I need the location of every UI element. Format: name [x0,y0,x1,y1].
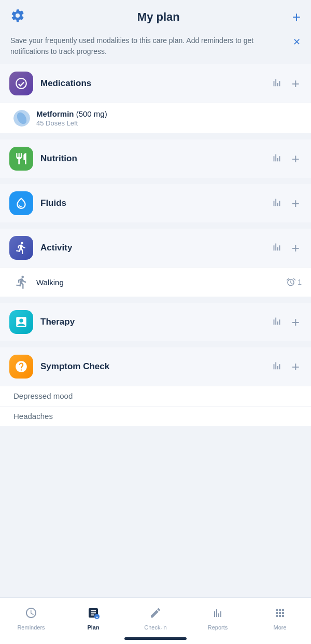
section-header-therapy: Therapy + [0,303,311,341]
therapy-actions: + [269,314,302,330]
plan-nav-label: Plan [87,624,99,631]
section-nutrition: Nutrition + [0,139,311,178]
walking-name: Walking [36,278,286,287]
medication-item-metformin: Metformin (500 mg) 45 Doses Left [0,103,311,133]
symptom-check-title: Symptom Check [40,361,269,372]
medications-chart-btn[interactable] [269,76,285,91]
fluids-add-btn[interactable]: + [290,195,302,211]
page-title: My plan [137,10,180,24]
walking-icon [13,274,30,290]
walking-alarm-count: 1 [298,278,302,286]
medications-icon [9,72,33,95]
more-nav-icon [274,607,286,622]
symptom-check-add-btn[interactable]: + [290,359,302,374]
medications-title: Medications [40,78,269,89]
activity-item-walking: Walking 1 [0,267,311,297]
activity-actions: + [269,240,302,256]
check-in-nav-label: Check-in [144,624,166,631]
fluids-chart-btn[interactable] [269,195,285,211]
symptom-item-depressed: Depressed mood [0,386,311,406]
metformin-name: Metformin (500 mg) [36,109,302,118]
section-header-symptom-check: Symptom Check + [0,347,311,386]
settings-icon[interactable] [10,8,25,26]
therapy-title: Therapy [40,317,269,327]
separator-2 [0,180,311,184]
activity-chart-btn[interactable] [269,240,285,256]
nav-item-more[interactable]: More [249,598,311,644]
header: My plan + [0,0,311,31]
activity-icon [9,236,33,260]
reports-nav-icon [211,607,224,622]
more-nav-label: More [273,624,286,631]
reports-nav-label: Reports [208,624,228,631]
symptom-item-headaches: Headaches [0,406,311,426]
separator-1 [0,135,311,139]
nutrition-icon [9,147,33,171]
medications-add-btn[interactable]: + [290,76,302,91]
section-fluids: Fluids + [0,184,311,222]
fluids-actions: + [269,195,302,211]
symptom-check-actions: + [269,359,302,374]
section-symptom-check: Symptom Check + Depressed mood Headaches [0,347,311,426]
section-activity: Activity + Walking 1 [0,229,311,297]
metformin-icon [13,110,30,127]
home-indicator [124,637,187,640]
add-icon[interactable]: + [292,9,301,25]
therapy-icon [9,310,33,334]
nutrition-add-btn[interactable]: + [290,151,302,166]
section-header-nutrition: Nutrition + [0,139,311,178]
therapy-add-btn[interactable]: + [290,314,302,330]
metformin-detail: 45 Doses Left [36,119,302,127]
walking-alarm: 1 [286,277,302,287]
section-header-medications: Medications + [0,64,311,103]
symptom-headaches-text: Headaches [13,412,53,421]
banner: Save your frequently used modalities to … [0,31,311,64]
fluids-title: Fluids [40,198,269,208]
banner-close-icon[interactable]: ✕ [293,36,301,48]
nutrition-title: Nutrition [40,153,269,164]
nutrition-actions: + [269,151,302,166]
reminders-nav-label: Reminders [17,624,45,631]
nav-item-reminders[interactable]: Reminders [0,598,62,644]
nav-item-reports[interactable]: Reports [187,598,249,644]
section-header-fluids: Fluids + [0,184,311,222]
reminders-nav-icon [25,607,37,622]
check-in-nav-icon [149,607,162,622]
scroll-area: Medications + Metformin (500 mg) 45 Dose… [0,64,311,642]
separator-3 [0,225,311,229]
separator-4 [0,299,311,303]
symptom-check-chart-btn[interactable] [269,359,285,374]
metformin-text: Metformin (500 mg) 45 Doses Left [36,109,302,127]
activity-add-btn[interactable]: + [290,240,302,256]
banner-text: Save your frequently used modalities to … [10,35,293,57]
svg-text:+: + [96,614,98,619]
section-therapy: Therapy + [0,303,311,341]
activity-title: Activity [40,243,269,253]
medications-actions: + [269,76,302,91]
section-medications: Medications + Metformin (500 mg) 45 Dose… [0,64,311,133]
therapy-chart-btn[interactable] [269,314,285,330]
symptom-check-icon [9,355,33,379]
nutrition-chart-btn[interactable] [269,151,285,166]
fluids-icon [9,191,33,215]
walking-text: Walking [36,278,286,287]
separator-5 [0,343,311,347]
nav-item-plan[interactable]: + Plan [62,598,124,644]
symptom-depressed-text: Depressed mood [13,391,73,400]
section-header-activity: Activity + [0,229,311,267]
plan-nav-icon: + [87,607,100,622]
